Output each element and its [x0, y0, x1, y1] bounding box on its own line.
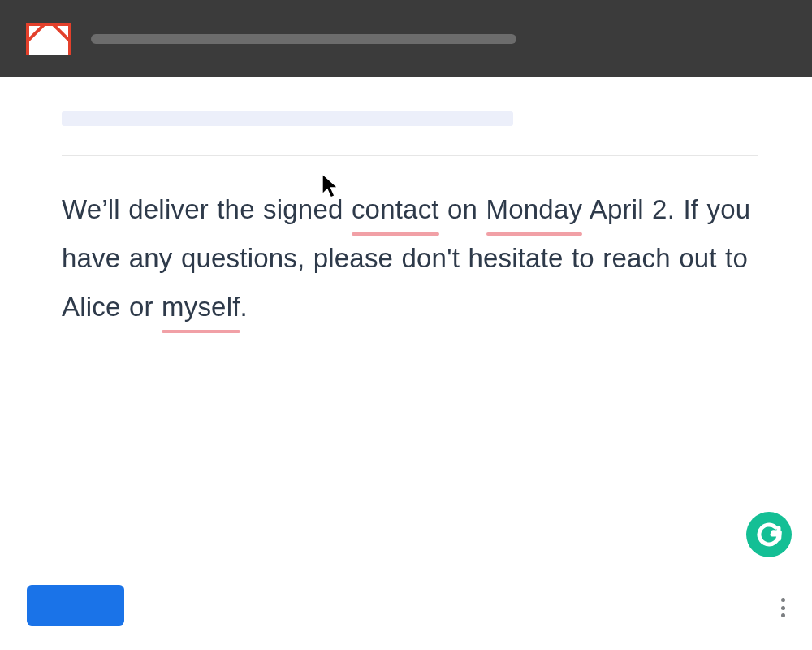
- more-options-button[interactable]: [773, 596, 793, 619]
- grammar-flag-monday[interactable]: Monday: [486, 185, 583, 234]
- body-segment: We’ll deliver the signed: [62, 194, 352, 224]
- body-segment: .: [240, 292, 248, 322]
- mouse-cursor-icon: [322, 173, 341, 201]
- dot-icon: [781, 598, 785, 602]
- grammarly-badge-button[interactable]: [746, 512, 792, 557]
- compose-body-text[interactable]: We’ll deliver the signed contact on Mond…: [62, 185, 754, 332]
- grammar-flag-myself[interactable]: myself: [162, 283, 240, 332]
- grammar-flag-contact[interactable]: contact: [352, 185, 439, 234]
- dot-icon: [781, 606, 785, 610]
- grammarly-g-icon: [753, 518, 785, 551]
- app-header: [0, 0, 812, 77]
- dot-icon: [781, 613, 785, 618]
- subject-field-placeholder[interactable]: [62, 111, 513, 126]
- compose-divider: [62, 155, 758, 156]
- compose-area: We’ll deliver the signed contact on Mond…: [0, 77, 812, 332]
- body-segment: on: [439, 194, 486, 224]
- gmail-logo-icon: [26, 23, 71, 55]
- header-search-placeholder[interactable]: [91, 34, 516, 44]
- send-button[interactable]: [27, 585, 124, 626]
